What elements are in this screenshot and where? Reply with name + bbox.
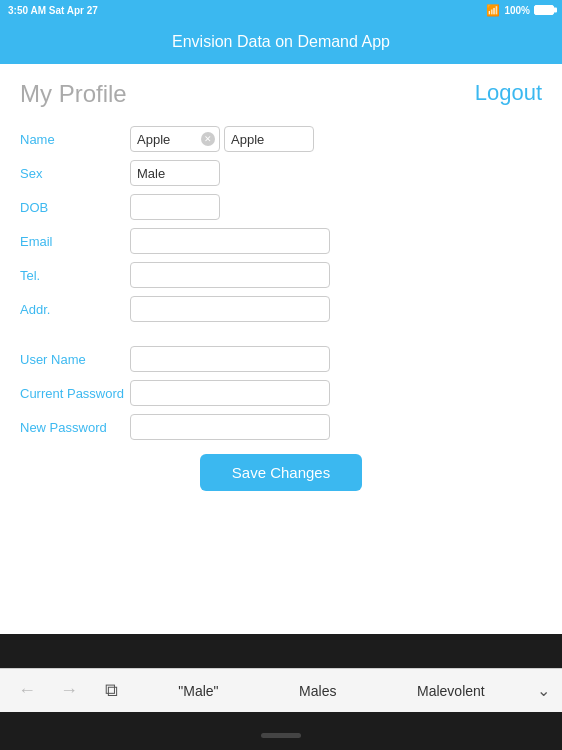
form-row-sex: Sex [20,160,542,186]
clear-first-name-button[interactable]: ✕ [201,132,215,146]
app-header: Envision Data on Demand App [0,20,562,64]
logout-button[interactable]: Logout [475,80,542,106]
suggestion-malevolent[interactable]: Malevolent [411,679,491,703]
profile-header: My Profile Logout [20,80,542,108]
status-bar: 3:50 AM Sat Apr 27 📶 100% [0,0,562,20]
tel-input[interactable] [130,262,330,288]
status-time-date: 3:50 AM Sat Apr 27 [8,5,98,16]
save-button-row: Save Changes [20,454,542,491]
email-input[interactable] [130,228,330,254]
new-password-input[interactable] [130,414,330,440]
status-indicators: 📶 100% [486,4,554,17]
dob-input[interactable] [130,194,220,220]
addr-input[interactable] [130,296,330,322]
clipboard-button[interactable]: ⧉ [96,676,126,706]
first-name-wrapper: ✕ [130,126,220,152]
main-content: My Profile Logout Name ✕ Sex DOB [0,64,562,634]
name-inputs: ✕ [130,126,314,152]
form-row-new-password: New Password [20,414,542,440]
label-tel: Tel. [20,268,130,283]
form-row-dob: DOB [20,194,542,220]
battery-icon [534,5,554,15]
form-section: Name ✕ Sex DOB Email Tel. [20,126,542,491]
form-divider [20,330,542,346]
forward-button[interactable]: → [54,676,84,706]
save-changes-button[interactable]: Save Changes [200,454,362,491]
form-row-name: Name ✕ [20,126,542,152]
label-name: Name [20,132,130,147]
form-row-username: User Name [20,346,542,372]
label-new-password: New Password [20,420,130,435]
suggestion-quoted[interactable]: "Male" [172,679,224,703]
label-addr: Addr. [20,302,130,317]
page-title: My Profile [20,80,127,108]
label-dob: DOB [20,200,130,215]
label-email: Email [20,234,130,249]
last-name-input[interactable] [224,126,314,152]
form-row-addr: Addr. [20,296,542,322]
suggestions-container: "Male" Males Malevolent [138,679,525,703]
back-button[interactable]: ← [12,676,42,706]
label-current-password: Current Password [20,386,130,401]
label-username: User Name [20,352,130,367]
username-input[interactable] [130,346,330,372]
wifi-icon: 📶 [486,4,500,17]
form-row-current-password: Current Password [20,380,542,406]
home-indicator [261,733,301,738]
label-sex: Sex [20,166,130,181]
sex-input[interactable] [130,160,220,186]
suggestion-males[interactable]: Males [293,679,342,703]
form-row-email: Email [20,228,542,254]
app-title: Envision Data on Demand App [172,33,390,51]
bottom-bar: ← → ⧉ "Male" Males Malevolent ⌄ [0,668,562,712]
current-password-input[interactable] [130,380,330,406]
chevron-down-button[interactable]: ⌄ [537,681,550,700]
form-row-tel: Tel. [20,262,542,288]
